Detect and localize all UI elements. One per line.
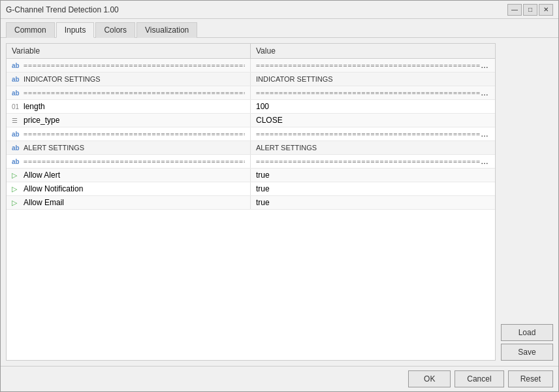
table-row: ab INDICATOR SETTINGS INDICATOR SETTINGS xyxy=(7,73,495,86)
title-bar: G-Channel Trend Detection 1.00 — □ ✕ xyxy=(1,1,558,19)
column-header-value: Value xyxy=(251,44,495,58)
settings-table: Variable Value ab ======================… xyxy=(6,43,496,361)
window-title: G-Channel Trend Detection 1.00 xyxy=(6,5,119,14)
indicator-header-val-text: INDICATOR SETTINGS xyxy=(256,75,333,83)
row-sep1-val: ========================================… xyxy=(251,59,495,72)
table-row[interactable]: ▷ Allow Notification true xyxy=(7,182,495,196)
sep4-var-text: ========================================… xyxy=(24,158,245,165)
row-price-type-var: ☰ price_type xyxy=(7,114,251,127)
ab-icon: ab xyxy=(12,131,21,138)
sep3-val-text: ========================================… xyxy=(256,129,495,139)
allow-alert-label: Allow Alert xyxy=(24,171,60,180)
table-row[interactable]: ☰ price_type CLOSE xyxy=(7,114,495,127)
bool-icon: ▷ xyxy=(12,199,21,207)
table-row[interactable]: ▷ Allow Email true xyxy=(7,196,495,210)
row-allow-notification-val: true xyxy=(251,182,495,195)
maximize-button[interactable]: □ xyxy=(523,4,537,16)
cancel-button[interactable]: Cancel xyxy=(455,370,503,387)
alert-header-var-text: ALERT SETTINGS xyxy=(24,144,84,152)
row-length-var: 01 length xyxy=(7,100,251,113)
ab-icon: ab xyxy=(12,62,21,69)
table-row: ab ALERT SETTINGS ALERT SETTINGS xyxy=(7,141,495,155)
row-allow-alert-val: true xyxy=(251,169,495,182)
footer: OK Cancel Reset xyxy=(1,366,558,391)
row-alert-header-val: ALERT SETTINGS xyxy=(251,141,495,154)
table-row: ab =====================================… xyxy=(7,59,495,73)
allow-notification-label: Allow Notification xyxy=(24,184,83,193)
sep1-var-text: ========================================… xyxy=(24,62,245,69)
tab-colors[interactable]: Colors xyxy=(95,22,135,38)
table-header: Variable Value xyxy=(7,44,495,59)
sep2-var-text: ========================================… xyxy=(24,90,245,97)
table-row[interactable]: ▷ Allow Alert true xyxy=(7,169,495,182)
tab-visualization[interactable]: Visualization xyxy=(136,22,197,38)
row-alert-header-var: ab ALERT SETTINGS xyxy=(7,141,251,154)
row-allow-email-val: true xyxy=(251,196,495,209)
ab-icon: ab xyxy=(12,144,21,152)
ok-button[interactable]: OK xyxy=(408,370,451,387)
row-sep3-var: ab =====================================… xyxy=(7,127,251,140)
allow-notification-value: true xyxy=(256,184,270,193)
load-button[interactable]: Load xyxy=(501,324,553,341)
main-window: G-Channel Trend Detection 1.00 — □ ✕ Com… xyxy=(0,0,559,392)
tab-bar: Common Inputs Colors Visualization xyxy=(1,19,558,38)
length-label: length xyxy=(24,102,45,111)
table-row: ab =====================================… xyxy=(7,127,495,141)
row-sep4-var: ab =====================================… xyxy=(7,155,251,168)
side-panel: Load Save xyxy=(501,43,553,361)
row-indicator-header-var: ab INDICATOR SETTINGS xyxy=(7,73,251,86)
row-sep2-val: ========================================… xyxy=(251,86,495,99)
ab-icon: ab xyxy=(12,158,21,165)
row-allow-notification-var: ▷ Allow Notification xyxy=(7,182,251,195)
price-type-label: price_type xyxy=(24,116,59,125)
window-controls: — □ ✕ xyxy=(507,4,553,16)
ab-icon: ab xyxy=(12,90,21,97)
row-sep2-var: ab =====================================… xyxy=(7,86,251,99)
length-value: 100 xyxy=(256,102,269,111)
list-icon: ☰ xyxy=(12,117,21,124)
sep3-var-text: ========================================… xyxy=(24,131,245,138)
tab-inputs[interactable]: Inputs xyxy=(56,22,95,38)
alert-header-val-text: ALERT SETTINGS xyxy=(256,144,317,152)
sep2-val-text: ========================================… xyxy=(256,88,495,97)
sep4-val-text: ========================================… xyxy=(256,157,495,166)
number-icon: 01 xyxy=(12,103,21,110)
allow-email-value: true xyxy=(256,198,270,207)
minimize-button[interactable]: — xyxy=(507,4,522,16)
row-sep3-val: ========================================… xyxy=(251,127,495,140)
row-sep1-var: ab =====================================… xyxy=(7,59,251,72)
row-sep4-val: ========================================… xyxy=(251,155,495,168)
indicator-header-var-text: INDICATOR SETTINGS xyxy=(24,75,101,83)
row-allow-email-var: ▷ Allow Email xyxy=(7,196,251,209)
table-row: ab =====================================… xyxy=(7,155,495,169)
allow-alert-value: true xyxy=(256,171,270,180)
tab-common[interactable]: Common xyxy=(6,22,55,38)
sep1-val-text: ========================================… xyxy=(256,61,495,70)
allow-email-label: Allow Email xyxy=(24,198,64,207)
table-row: ab =====================================… xyxy=(7,86,495,100)
row-length-val: 100 xyxy=(251,100,495,113)
row-allow-alert-var: ▷ Allow Alert xyxy=(7,169,251,182)
bool-icon: ▷ xyxy=(12,171,21,180)
bool-icon: ▷ xyxy=(12,185,21,193)
content-area: Variable Value ab ======================… xyxy=(1,38,558,366)
price-type-value: CLOSE xyxy=(256,116,283,125)
row-price-type-val: CLOSE xyxy=(251,114,495,127)
table-row[interactable]: 01 length 100 xyxy=(7,100,495,114)
row-indicator-header-val: INDICATOR SETTINGS xyxy=(251,73,495,86)
save-button[interactable]: Save xyxy=(501,344,553,361)
close-button[interactable]: ✕ xyxy=(539,4,553,16)
column-header-variable: Variable xyxy=(7,44,251,58)
reset-button[interactable]: Reset xyxy=(508,370,553,387)
ab-icon: ab xyxy=(12,76,21,83)
